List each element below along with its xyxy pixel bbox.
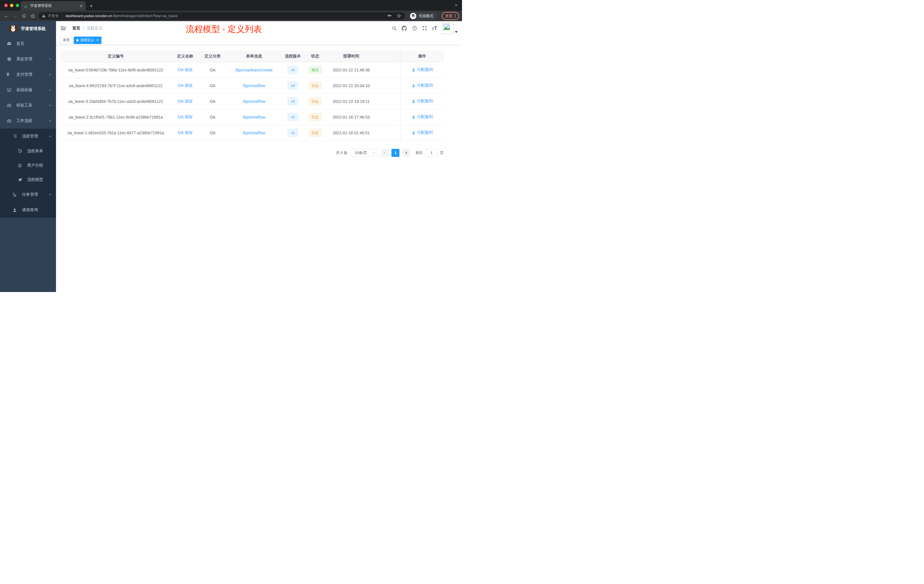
browser-update-button[interactable]: 更新 bbox=[442, 12, 459, 20]
dashboard-icon bbox=[7, 41, 12, 46]
definition-category: OA bbox=[200, 125, 226, 140]
avatar[interactable] bbox=[442, 23, 454, 34]
definition-category: OA bbox=[200, 78, 226, 93]
tag-close-icon[interactable]: ✕ bbox=[96, 38, 99, 42]
forward-icon[interactable]: → bbox=[12, 13, 18, 18]
update-label: 更新 bbox=[445, 13, 452, 18]
breadcrumb-home[interactable]: 首页 bbox=[72, 26, 80, 31]
bookmark-star-icon[interactable] bbox=[396, 13, 401, 18]
fullscreen-icon[interactable] bbox=[422, 26, 427, 31]
minimize-window-button[interactable] bbox=[10, 4, 13, 7]
sidebar-item-process-management[interactable]: 流程管理 bbox=[0, 129, 56, 144]
sidebar-item-label: 工作流程 bbox=[16, 118, 44, 124]
pagination-total: 共 5 条 bbox=[336, 150, 347, 155]
sidebar-item-system[interactable]: 系统管理 bbox=[0, 51, 56, 67]
search-icon[interactable] bbox=[392, 26, 397, 31]
incognito-badge: 无痕模式 bbox=[409, 12, 437, 20]
definition-name-link[interactable]: OA 请假 bbox=[178, 99, 192, 104]
col-form-info: 表单信息 bbox=[226, 51, 282, 62]
zoom-window-button[interactable] bbox=[16, 4, 19, 7]
tab-search-icon[interactable] bbox=[455, 3, 458, 7]
sidebar-item-leave-query[interactable]: 请假查询 bbox=[0, 202, 56, 218]
definition-name-link[interactable]: OA 请假 bbox=[178, 115, 192, 119]
assign-rule-link[interactable]: 分配规则 bbox=[412, 114, 433, 119]
sidebar-item-payment[interactable]: ¥ 支付管理 bbox=[0, 67, 56, 82]
sidebar-item-workflow[interactable]: 工作流程 bbox=[0, 113, 56, 129]
tag-home[interactable]: 首页 bbox=[60, 36, 72, 44]
sidebar-item-process-form[interactable]: 流程表单 bbox=[0, 144, 56, 158]
definition-id: oa_leave:5:004b710b-7b8a-11ec-8ef0-acde4… bbox=[61, 62, 171, 78]
sidebar-collapse-icon[interactable] bbox=[60, 25, 66, 31]
chevron-down-icon bbox=[49, 104, 52, 107]
assign-rule-link[interactable]: 分配规则 bbox=[412, 99, 433, 104]
page-unit-label: 页 bbox=[440, 150, 444, 155]
password-key-icon[interactable] bbox=[387, 13, 392, 18]
reload-icon[interactable] bbox=[21, 14, 27, 18]
chevron-down-icon bbox=[49, 73, 52, 76]
sidebar-item-infrastructure[interactable]: 基础设施 bbox=[0, 82, 56, 98]
current-page-button[interactable]: 1 bbox=[391, 149, 399, 157]
prev-page-button[interactable] bbox=[381, 149, 389, 157]
user-avatar-dropdown[interactable] bbox=[442, 23, 458, 34]
definition-name-link[interactable]: OA 请假 bbox=[178, 130, 192, 135]
home-icon[interactable] bbox=[30, 14, 36, 18]
incognito-icon bbox=[410, 13, 416, 19]
definition-category: OA bbox=[200, 62, 226, 78]
definition-id: oa_leave:3:1fad3d93-7b75-11ec-a3c8-acde4… bbox=[61, 93, 171, 109]
back-icon[interactable]: ← bbox=[3, 13, 10, 18]
goto-page-input[interactable]: 1 bbox=[425, 149, 438, 157]
security-warning-icon[interactable] bbox=[42, 14, 46, 18]
version-badge: v3 bbox=[288, 97, 298, 105]
breadcrumb: 首页 / 流程定义 bbox=[72, 26, 102, 31]
browser-menu-icon[interactable] bbox=[455, 14, 456, 18]
user-icon bbox=[412, 131, 416, 135]
sidebar-item-task-management[interactable]: 任务管理 bbox=[0, 187, 56, 202]
form-link[interactable]: /bpm/oa/flow bbox=[243, 83, 265, 88]
font-size-icon[interactable]: TT bbox=[432, 26, 437, 31]
sidebar-item-user-group[interactable]: 用户分组 bbox=[0, 158, 56, 173]
col-definition-name: 定义名称 bbox=[171, 51, 200, 62]
browser-tab[interactable]: 芋道管理系统 ✕ bbox=[21, 1, 86, 11]
sidebar-item-label: 首页 bbox=[16, 41, 52, 46]
deploy-time: 2022-01-16 01:40:51 bbox=[327, 125, 375, 140]
new-tab-button[interactable]: + bbox=[90, 3, 93, 11]
form-link[interactable]: /bpm/oa/flow bbox=[243, 99, 265, 104]
tab-close-icon[interactable]: ✕ bbox=[79, 4, 83, 8]
assign-rule-link[interactable]: 分配规则 bbox=[412, 130, 433, 135]
assign-rule-link[interactable]: 分配规则 bbox=[412, 83, 433, 88]
definition-name-link[interactable]: OA 请假 bbox=[178, 68, 192, 72]
chevron-down-icon bbox=[49, 58, 52, 61]
tag-label: 流程定义 bbox=[80, 38, 94, 43]
window-controls[interactable] bbox=[4, 4, 19, 7]
status-badge: 激活 bbox=[309, 66, 322, 74]
tab-title: 芋道管理系统 bbox=[30, 3, 77, 8]
table-row: oa_leave:5:004b710b-7b8a-11ec-8ef0-acde4… bbox=[61, 62, 444, 78]
next-page-button[interactable] bbox=[402, 149, 410, 157]
page-size-select[interactable]: 10条/页 bbox=[351, 149, 378, 157]
form-link[interactable]: /bpm/oa/leave/create bbox=[236, 68, 273, 72]
version-badge: v5 bbox=[288, 66, 298, 74]
pagination: 共 5 条 10条/页 1 前往 1 页 bbox=[61, 149, 444, 157]
address-bar[interactable]: 不安全 dashboard.yudao.iocoder.cn /bpm/mana… bbox=[38, 12, 405, 20]
sidebar-item-devtools[interactable]: 研发工具 bbox=[0, 98, 56, 113]
sidebar-item-process-model[interactable]: 流程模型 bbox=[0, 173, 56, 187]
form-link[interactable]: /bpm/oa/flow bbox=[243, 115, 265, 119]
github-icon[interactable] bbox=[402, 26, 407, 31]
sidebar-item-label: 用户分组 bbox=[27, 163, 52, 168]
assign-rule-link[interactable]: 分配规则 bbox=[412, 67, 433, 72]
sidebar-item-home[interactable]: 首页 bbox=[0, 36, 56, 51]
form-link[interactable]: /bpm/oa/flow bbox=[243, 130, 265, 135]
table-row: oa_leave:4:991f2193-7b7f-11ec-a3c8-acde4… bbox=[61, 78, 444, 93]
tag-process-definition[interactable]: 流程定义 ✕ bbox=[74, 36, 101, 44]
definition-name-link[interactable]: OA 请假 bbox=[178, 83, 192, 88]
version-badge: v1 bbox=[288, 129, 298, 137]
toolbox-icon bbox=[7, 103, 12, 108]
logo-avatar bbox=[8, 25, 18, 32]
caret-down-icon bbox=[455, 31, 458, 33]
sidebar-logo[interactable]: 芋道管理系统 bbox=[0, 21, 56, 36]
breadcrumb-separator: / bbox=[83, 26, 84, 31]
help-icon[interactable] bbox=[412, 26, 417, 31]
close-window-button[interactable] bbox=[4, 4, 8, 7]
select-caret-icon bbox=[372, 151, 375, 154]
page-content: 定义编号 定义名称 定义分类 表单信息 流程版本 状态 部署时间 操作 oa_l… bbox=[56, 45, 462, 157]
